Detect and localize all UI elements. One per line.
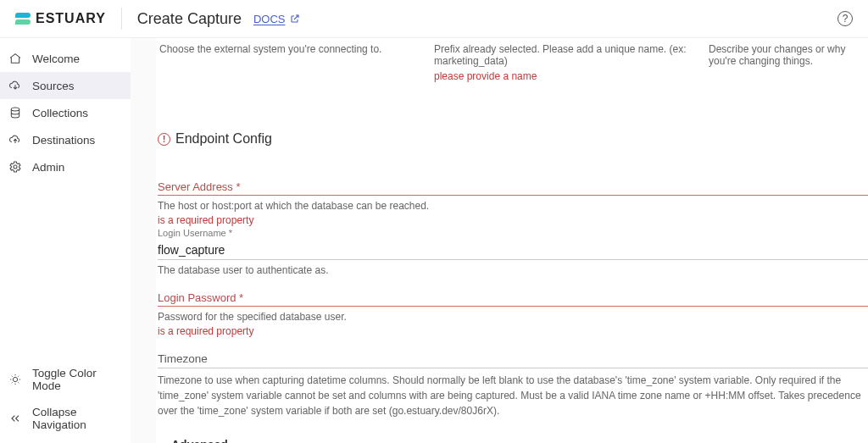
timezone-help: Timezone to use when capturing datetime … — [158, 373, 868, 418]
name-error: please provide a name — [434, 70, 688, 82]
gutter — [131, 38, 156, 443]
sidebar-item-destinations[interactable]: Destinations — [0, 126, 131, 153]
topbar: ESTUARY Create Capture DOCS ? — [0, 0, 868, 38]
toggle-color-mode[interactable]: Toggle Color Mode — [0, 360, 131, 399]
home-icon — [8, 52, 22, 65]
login-username-input[interactable] — [158, 240, 868, 259]
server-address-label: Server Address * — [158, 180, 868, 195]
sun-icon — [8, 373, 22, 386]
page-title: Create Capture — [137, 10, 242, 28]
brand-logo[interactable]: ESTUARY — [15, 11, 106, 26]
login-username-help: The database user to authenticate as. — [158, 264, 868, 276]
logo-mark-icon — [15, 13, 31, 25]
help-button[interactable]: ? — [837, 11, 853, 26]
sidebar-item-label: Admin — [32, 161, 64, 174]
svg-point-2 — [13, 377, 17, 381]
docs-label: DOCS — [253, 13, 286, 25]
cloud-download-icon — [8, 79, 22, 92]
gear-icon — [8, 160, 22, 174]
sidebar-item-label: Destinations — [32, 134, 95, 147]
docs-link[interactable]: DOCS — [253, 13, 300, 25]
server-address-help: The host or host:port at which the datab… — [158, 200, 868, 212]
connector-help: Choose the external system you're connec… — [159, 43, 414, 82]
external-link-icon — [290, 14, 300, 24]
sidebar-item-label: Collapse Navigation — [32, 406, 122, 431]
endpoint-config-heading: ! Endpoint Config — [158, 131, 868, 147]
login-password-label: Login Password * — [158, 291, 868, 306]
server-address-error: is a required property — [158, 214, 868, 226]
brand-text: ESTUARY — [36, 11, 106, 26]
database-icon — [8, 106, 22, 119]
login-password-error: is a required property — [158, 325, 868, 337]
collapse-navigation[interactable]: Collapse Navigation — [0, 399, 131, 438]
cloud-upload-icon — [8, 133, 22, 147]
sidebar: Welcome Sources Collections Destinations… — [0, 38, 131, 443]
timezone-label: Timezone — [158, 352, 868, 368]
helper-row: Choose the external system you're connec… — [158, 43, 868, 82]
alert-icon: ! — [158, 133, 170, 146]
section-title: Endpoint Config — [175, 131, 272, 147]
chevrons-left-icon — [8, 412, 22, 425]
login-password-help: Password for the specified database user… — [158, 311, 868, 323]
server-address-field[interactable]: Server Address * The host or host:port a… — [158, 180, 868, 226]
sidebar-item-welcome[interactable]: Welcome — [0, 45, 131, 72]
sidebar-item-collections[interactable]: Collections — [0, 99, 131, 126]
sidebar-item-sources[interactable]: Sources — [0, 72, 131, 99]
svg-point-1 — [14, 165, 17, 169]
server-address-input[interactable] — [158, 195, 868, 196]
advanced-accordion[interactable]: Advanced — [158, 427, 868, 443]
details-help: Describe your changes or why you're chan… — [709, 43, 868, 82]
main-panel: Choose the external system you're connec… — [156, 38, 868, 443]
login-password-input[interactable] — [158, 306, 868, 307]
sidebar-item-label: Collections — [32, 107, 88, 119]
login-username-field[interactable]: Login Username * The database user to au… — [158, 228, 868, 276]
sidebar-item-label: Welcome — [32, 53, 80, 65]
svg-point-0 — [11, 108, 19, 111]
sidebar-item-label: Sources — [32, 80, 75, 92]
timezone-field[interactable]: Timezone Timezone to use when capturing … — [158, 352, 868, 418]
login-password-field[interactable]: Login Password * Password for the specif… — [158, 291, 868, 337]
divider — [121, 8, 122, 30]
name-help: Prefix already selected. Please add a un… — [434, 43, 688, 67]
login-username-label: Login Username * — [158, 228, 868, 240]
sidebar-item-label: Toggle Color Mode — [32, 367, 122, 392]
sidebar-item-admin[interactable]: Admin — [0, 153, 131, 180]
